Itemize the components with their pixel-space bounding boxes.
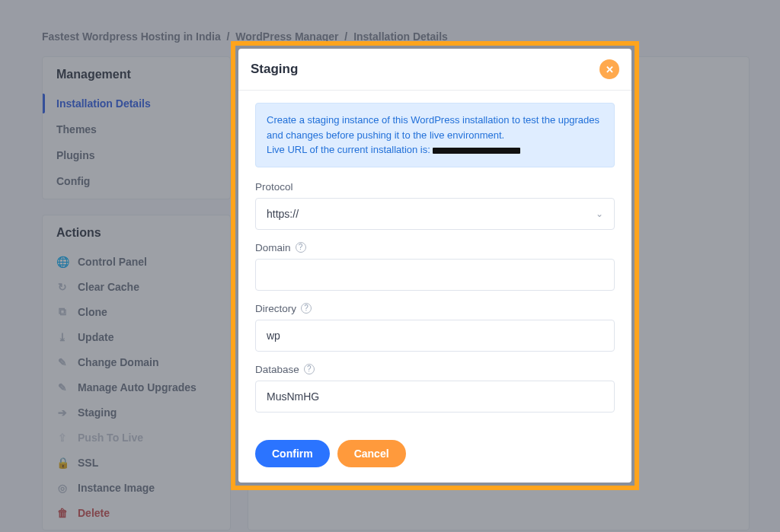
help-icon[interactable]: ? [304,364,315,374]
domain-input-wrapper [255,259,615,291]
protocol-value: https:// [267,208,299,220]
staging-modal: Staging ✕ Create a staging instance of t… [231,41,639,490]
database-input-wrapper [255,381,615,413]
cancel-button[interactable]: Cancel [337,440,406,467]
close-icon: ✕ [606,64,614,75]
redacted-url [433,148,520,154]
protocol-select[interactable]: https:// ⌄ [255,198,615,230]
directory-input-wrapper [255,320,615,352]
database-label: Database [255,364,299,375]
modal-title: Staging [251,62,298,77]
help-icon[interactable]: ? [296,242,306,253]
info-banner: Create a staging instance of this WordPr… [255,103,615,167]
info-text: Create a staging instance of this WordPr… [267,114,599,141]
close-button[interactable]: ✕ [599,59,619,79]
chevron-down-icon: ⌄ [596,209,603,219]
directory-input[interactable] [267,330,603,342]
domain-input[interactable] [267,269,603,281]
directory-label: Directory [255,303,296,314]
help-icon[interactable]: ? [301,303,312,314]
info-url-prefix: Live URL of the current installation is: [267,144,433,155]
domain-label: Domain [255,242,291,253]
confirm-button[interactable]: Confirm [255,440,330,467]
database-input[interactable] [267,390,603,403]
protocol-label: Protocol [255,181,293,193]
